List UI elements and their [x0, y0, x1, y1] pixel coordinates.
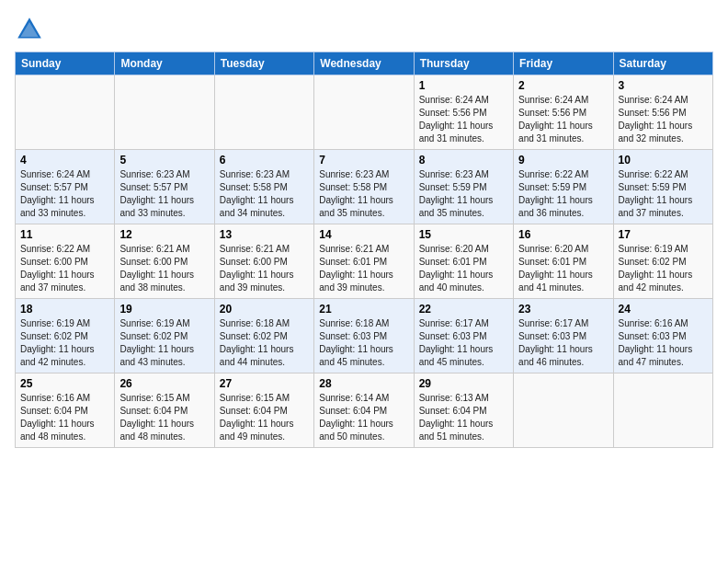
calendar-cell: [16, 75, 115, 150]
day-info: Sunrise: 6:19 AM Sunset: 6:02 PM Dayligh…: [619, 243, 708, 294]
day-info: Sunrise: 6:19 AM Sunset: 6:02 PM Dayligh…: [20, 317, 109, 369]
calendar-cell: 23Sunrise: 6:17 AM Sunset: 6:03 PM Dayli…: [514, 299, 613, 373]
day-number: 13: [220, 228, 309, 241]
calendar-cell: [115, 75, 214, 150]
day-number: 28: [319, 377, 408, 390]
day-number: 14: [319, 228, 408, 241]
day-number: 16: [518, 228, 608, 241]
calendar-cell: 10Sunrise: 6:22 AM Sunset: 5:59 PM Dayli…: [613, 150, 712, 224]
day-info: Sunrise: 6:23 AM Sunset: 5:59 PM Dayligh…: [419, 168, 508, 220]
col-header-wednesday: Wednesday: [314, 52, 414, 75]
calendar-cell: 6Sunrise: 6:23 AM Sunset: 5:58 PM Daylig…: [214, 150, 313, 224]
day-info: Sunrise: 6:16 AM Sunset: 6:04 PM Dayligh…: [20, 392, 109, 443]
calendar-week-row: 4Sunrise: 6:24 AM Sunset: 5:57 PM Daylig…: [16, 150, 713, 224]
col-header-monday: Monday: [115, 52, 214, 75]
day-info: Sunrise: 6:22 AM Sunset: 6:00 PM Dayligh…: [20, 243, 109, 294]
day-number: 12: [119, 228, 209, 241]
day-info: Sunrise: 6:19 AM Sunset: 6:02 PM Dayligh…: [119, 317, 209, 369]
col-header-tuesday: Tuesday: [214, 52, 313, 75]
day-number: 4: [20, 154, 109, 167]
day-number: 21: [319, 303, 408, 316]
calendar-cell: 25Sunrise: 6:16 AM Sunset: 6:04 PM Dayli…: [16, 373, 115, 448]
logo: [15, 15, 48, 44]
calendar-cell: 24Sunrise: 6:16 AM Sunset: 6:03 PM Dayli…: [613, 299, 712, 373]
day-number: 6: [220, 154, 309, 167]
calendar-cell: 26Sunrise: 6:15 AM Sunset: 6:04 PM Dayli…: [115, 373, 214, 448]
calendar-cell: 3Sunrise: 6:24 AM Sunset: 5:56 PM Daylig…: [613, 75, 712, 150]
day-info: Sunrise: 6:18 AM Sunset: 6:03 PM Dayligh…: [319, 317, 408, 369]
calendar-cell: 14Sunrise: 6:21 AM Sunset: 6:01 PM Dayli…: [314, 224, 414, 299]
calendar-cell: 8Sunrise: 6:23 AM Sunset: 5:59 PM Daylig…: [414, 150, 513, 224]
calendar-cell: 7Sunrise: 6:23 AM Sunset: 5:58 PM Daylig…: [314, 150, 414, 224]
calendar-cell: 1Sunrise: 6:24 AM Sunset: 5:56 PM Daylig…: [414, 75, 513, 150]
calendar-cell: 4Sunrise: 6:24 AM Sunset: 5:57 PM Daylig…: [16, 150, 115, 224]
calendar-cell: 19Sunrise: 6:19 AM Sunset: 6:02 PM Dayli…: [115, 299, 214, 373]
logo-icon: [15, 15, 44, 44]
day-info: Sunrise: 6:18 AM Sunset: 6:02 PM Dayligh…: [220, 317, 309, 369]
day-info: Sunrise: 6:20 AM Sunset: 6:01 PM Dayligh…: [419, 243, 508, 294]
day-number: 18: [20, 303, 109, 316]
day-info: Sunrise: 6:17 AM Sunset: 6:03 PM Dayligh…: [518, 317, 608, 369]
calendar-cell: 28Sunrise: 6:14 AM Sunset: 6:04 PM Dayli…: [314, 373, 414, 448]
day-info: Sunrise: 6:23 AM Sunset: 5:58 PM Dayligh…: [319, 168, 408, 220]
calendar-cell: 2Sunrise: 6:24 AM Sunset: 5:56 PM Daylig…: [514, 75, 613, 150]
day-number: 22: [419, 303, 508, 316]
day-number: 11: [20, 228, 109, 241]
day-number: 20: [220, 303, 309, 316]
day-number: 19: [119, 303, 209, 316]
calendar-cell: 9Sunrise: 6:22 AM Sunset: 5:59 PM Daylig…: [514, 150, 613, 224]
col-header-sunday: Sunday: [16, 52, 115, 75]
calendar-cell: 5Sunrise: 6:23 AM Sunset: 5:57 PM Daylig…: [115, 150, 214, 224]
day-info: Sunrise: 6:13 AM Sunset: 6:04 PM Dayligh…: [419, 392, 508, 443]
day-number: 9: [518, 154, 608, 167]
day-info: Sunrise: 6:21 AM Sunset: 6:01 PM Dayligh…: [319, 243, 408, 294]
day-number: 5: [119, 154, 209, 167]
day-info: Sunrise: 6:24 AM Sunset: 5:56 PM Dayligh…: [518, 94, 608, 145]
day-number: 23: [518, 303, 608, 316]
calendar-header-row: SundayMondayTuesdayWednesdayThursdayFrid…: [16, 52, 713, 75]
day-info: Sunrise: 6:24 AM Sunset: 5:57 PM Dayligh…: [20, 168, 109, 220]
day-number: 27: [220, 377, 309, 390]
day-number: 29: [419, 377, 508, 390]
calendar-cell: 18Sunrise: 6:19 AM Sunset: 6:02 PM Dayli…: [16, 299, 115, 373]
day-info: Sunrise: 6:15 AM Sunset: 6:04 PM Dayligh…: [119, 392, 209, 443]
day-info: Sunrise: 6:24 AM Sunset: 5:56 PM Dayligh…: [619, 94, 708, 145]
day-info: Sunrise: 6:15 AM Sunset: 6:04 PM Dayligh…: [220, 392, 309, 443]
day-number: 3: [619, 79, 708, 92]
day-info: Sunrise: 6:21 AM Sunset: 6:00 PM Dayligh…: [119, 243, 209, 294]
day-info: Sunrise: 6:22 AM Sunset: 5:59 PM Dayligh…: [619, 168, 708, 220]
calendar-cell: 27Sunrise: 6:15 AM Sunset: 6:04 PM Dayli…: [214, 373, 313, 448]
calendar-cell: 22Sunrise: 6:17 AM Sunset: 6:03 PM Dayli…: [414, 299, 513, 373]
day-number: 7: [319, 154, 408, 167]
calendar-cell: 11Sunrise: 6:22 AM Sunset: 6:00 PM Dayli…: [16, 224, 115, 299]
calendar-cell: 16Sunrise: 6:20 AM Sunset: 6:01 PM Dayli…: [514, 224, 613, 299]
day-number: 24: [619, 303, 708, 316]
col-header-friday: Friday: [514, 52, 613, 75]
calendar-cell: 29Sunrise: 6:13 AM Sunset: 6:04 PM Dayli…: [414, 373, 513, 448]
day-number: 15: [419, 228, 508, 241]
day-info: Sunrise: 6:23 AM Sunset: 5:57 PM Dayligh…: [119, 168, 209, 220]
day-info: Sunrise: 6:21 AM Sunset: 6:00 PM Dayligh…: [220, 243, 309, 294]
calendar-cell: [314, 75, 414, 150]
calendar-week-row: 25Sunrise: 6:16 AM Sunset: 6:04 PM Dayli…: [16, 373, 713, 448]
day-number: 17: [619, 228, 708, 241]
page-header: [15, 15, 713, 44]
calendar-cell: 15Sunrise: 6:20 AM Sunset: 6:01 PM Dayli…: [414, 224, 513, 299]
calendar-cell: 13Sunrise: 6:21 AM Sunset: 6:00 PM Dayli…: [214, 224, 313, 299]
calendar-cell: [214, 75, 313, 150]
day-info: Sunrise: 6:16 AM Sunset: 6:03 PM Dayligh…: [619, 317, 708, 369]
calendar-week-row: 1Sunrise: 6:24 AM Sunset: 5:56 PM Daylig…: [16, 75, 713, 150]
calendar-cell: [613, 373, 712, 448]
calendar-table: SundayMondayTuesdayWednesdayThursdayFrid…: [15, 52, 713, 448]
calendar-cell: 12Sunrise: 6:21 AM Sunset: 6:00 PM Dayli…: [115, 224, 214, 299]
day-number: 26: [119, 377, 209, 390]
calendar-week-row: 18Sunrise: 6:19 AM Sunset: 6:02 PM Dayli…: [16, 299, 713, 373]
day-number: 1: [419, 79, 508, 92]
day-info: Sunrise: 6:20 AM Sunset: 6:01 PM Dayligh…: [518, 243, 608, 294]
col-header-saturday: Saturday: [613, 52, 712, 75]
day-info: Sunrise: 6:22 AM Sunset: 5:59 PM Dayligh…: [518, 168, 608, 220]
day-number: 8: [419, 154, 508, 167]
calendar-week-row: 11Sunrise: 6:22 AM Sunset: 6:00 PM Dayli…: [16, 224, 713, 299]
calendar-cell: 21Sunrise: 6:18 AM Sunset: 6:03 PM Dayli…: [314, 299, 414, 373]
calendar-cell: 17Sunrise: 6:19 AM Sunset: 6:02 PM Dayli…: [613, 224, 712, 299]
